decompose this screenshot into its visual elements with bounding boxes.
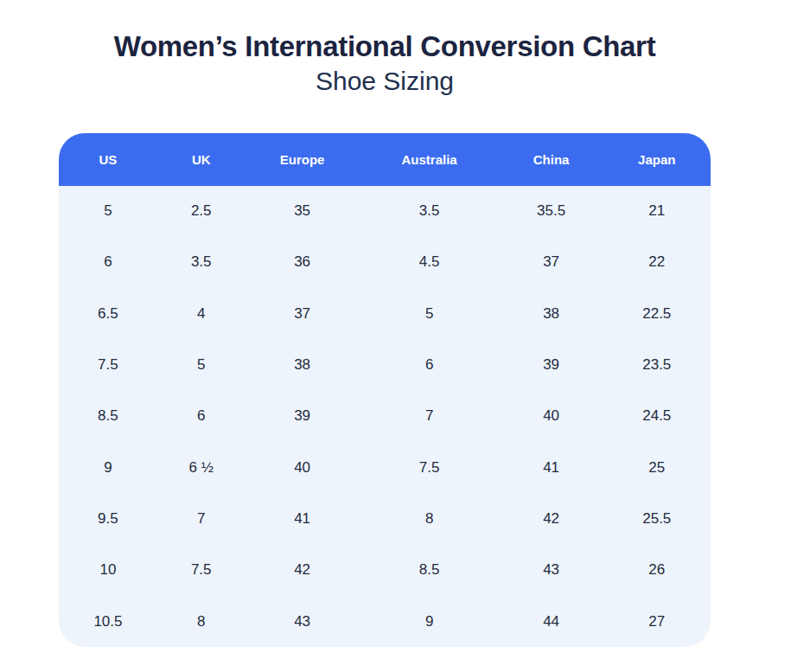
size-cell: 40	[500, 391, 603, 442]
size-cell: 7.5	[59, 339, 157, 390]
size-cell: 8.5	[360, 545, 500, 596]
size-cell: 35.5	[500, 186, 603, 237]
column-header-europe: Europe	[246, 133, 360, 186]
column-header-us: US	[59, 133, 157, 186]
page-content: Women’s International Conversion Chart S…	[59, 31, 711, 647]
size-cell: 37	[500, 237, 603, 288]
size-cell: 36	[246, 237, 360, 288]
size-cell: 9.5	[59, 493, 157, 544]
size-cell: 6	[59, 237, 157, 288]
column-header-japan: Japan	[603, 133, 711, 186]
size-cell: 8	[157, 596, 246, 647]
size-cell: 9	[360, 596, 500, 647]
size-cell: 22	[603, 237, 711, 288]
size-cell: 43	[500, 545, 603, 596]
size-cell: 41	[246, 493, 360, 544]
size-cell: 10	[59, 545, 157, 596]
size-cell: 25.5	[603, 493, 711, 544]
size-cell: 24.5	[603, 391, 711, 442]
size-cell: 39	[500, 339, 603, 390]
size-cell: 38	[500, 288, 603, 339]
shoe-size-conversion-table: US UK Europe Australia China Japan 5 2.5…	[59, 133, 711, 648]
size-cell: 3.5	[157, 237, 246, 288]
size-cell: 21	[603, 186, 711, 237]
size-cell: 9	[59, 442, 157, 493]
column-header-uk: UK	[157, 133, 246, 186]
size-cell: 25	[603, 442, 711, 493]
size-cell: 3.5	[360, 186, 500, 237]
size-cell: 35	[246, 186, 360, 237]
size-cell: 42	[500, 493, 603, 544]
size-cell: 37	[246, 288, 360, 339]
size-cell: 39	[246, 391, 360, 442]
size-cell: 10.5	[59, 596, 157, 647]
table-header-row: US UK Europe Australia China Japan	[59, 133, 711, 186]
size-cell: 44	[500, 596, 603, 647]
size-cell: 22.5	[603, 288, 711, 339]
table-row: 9 6 ½ 40 7.5 41 25	[59, 442, 711, 493]
page-subtitle: Shoe Sizing	[59, 67, 711, 96]
size-cell: 42	[246, 545, 360, 596]
table-row: 9.5 7 41 8 42 25.5	[59, 493, 711, 544]
column-header-australia: Australia	[360, 133, 500, 186]
table-row: 5 2.5 35 3.5 35.5 21	[59, 186, 711, 237]
size-cell: 7.5	[157, 545, 246, 596]
size-cell: 6	[157, 391, 246, 442]
table-row: 6 3.5 36 4.5 37 22	[59, 237, 711, 288]
size-cell: 8.5	[59, 391, 157, 442]
size-cell: 38	[246, 339, 360, 390]
size-cell: 43	[246, 596, 360, 647]
size-cell: 40	[246, 442, 360, 493]
table-row: 10.5 8 43 9 44 27	[59, 596, 711, 647]
page-title: Women’s International Conversion Chart	[59, 31, 711, 63]
size-cell: 4.5	[360, 237, 500, 288]
size-cell: 41	[500, 442, 603, 493]
size-cell: 7.5	[360, 442, 500, 493]
size-cell: 23.5	[603, 339, 711, 390]
size-cell: 6 ½	[157, 442, 246, 493]
table-row: 6.5 4 37 5 38 22.5	[59, 288, 711, 339]
size-cell: 8	[360, 493, 500, 544]
size-cell: 6	[360, 339, 500, 390]
table-row: 8.5 6 39 7 40 24.5	[59, 391, 711, 442]
size-cell: 5	[59, 186, 157, 237]
table-row: 10 7.5 42 8.5 43 26	[59, 545, 711, 596]
table-row: 7.5 5 38 6 39 23.5	[59, 339, 711, 390]
size-cell: 7	[157, 493, 246, 544]
size-cell: 7	[360, 391, 500, 442]
size-cell: 5	[360, 288, 500, 339]
table-body: 5 2.5 35 3.5 35.5 21 6 3.5 36 4.5 37 22 …	[59, 186, 711, 648]
column-header-china: China	[500, 133, 603, 186]
size-cell: 27	[603, 596, 711, 647]
size-cell: 26	[603, 545, 711, 596]
size-cell: 2.5	[157, 186, 246, 237]
size-cell: 4	[157, 288, 246, 339]
size-cell: 5	[157, 339, 246, 390]
size-cell: 6.5	[59, 288, 157, 339]
